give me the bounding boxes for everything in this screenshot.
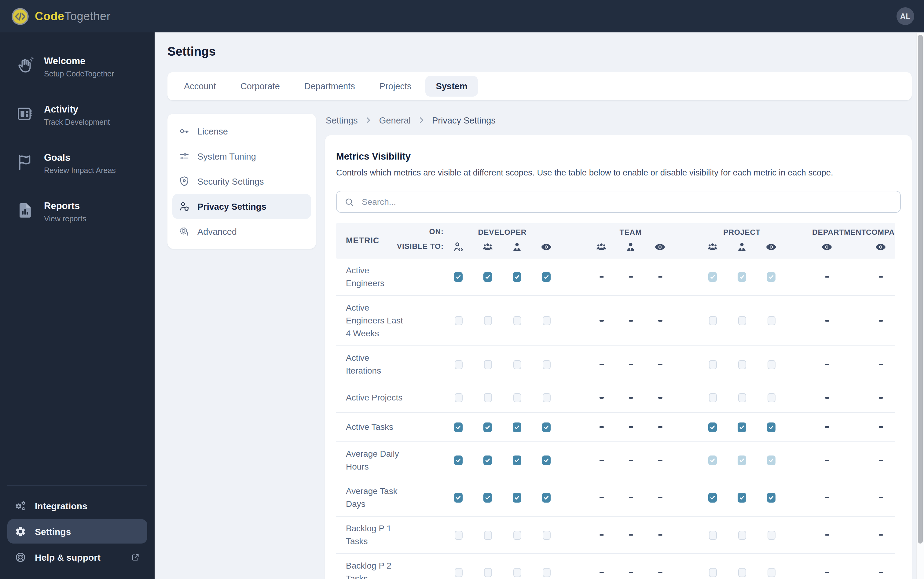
subnav-item-security-settings[interactable]: Security Settings <box>172 169 311 194</box>
visibility-checkbox[interactable] <box>513 493 521 502</box>
visibility-checkbox[interactable] <box>767 393 775 402</box>
visibility-checkbox[interactable] <box>513 422 521 432</box>
subnav-item-label: Privacy Settings <box>198 201 266 211</box>
visibility-checkbox[interactable] <box>484 360 491 369</box>
state-cell <box>532 455 561 465</box>
visibility-checkbox[interactable] <box>542 530 550 540</box>
state-cell <box>444 316 473 325</box>
visibility-checkbox[interactable] <box>483 422 492 432</box>
tab-system[interactable]: System <box>426 76 478 96</box>
sidebar-item-integrations[interactable]: Integrations <box>7 493 147 518</box>
visibility-checkbox[interactable] <box>709 360 717 369</box>
subnav-item-advanced[interactable]: Advanced <box>172 219 311 244</box>
check-icon <box>543 457 549 463</box>
visibility-checkbox[interactable] <box>513 568 521 577</box>
visibility-checkbox[interactable] <box>513 393 521 402</box>
visibility-checkbox[interactable] <box>738 360 746 369</box>
visibility-checkbox[interactable] <box>454 530 462 540</box>
visibility-checkbox[interactable] <box>454 568 462 577</box>
tab-projects[interactable]: Projects <box>369 76 422 96</box>
visibility-checkbox[interactable] <box>454 422 463 432</box>
visibility-checkbox[interactable] <box>454 316 462 325</box>
visibility-checkbox[interactable] <box>738 393 746 402</box>
tab-corporate[interactable]: Corporate <box>230 76 290 96</box>
visibility-checkbox[interactable] <box>513 455 521 465</box>
visibility-checkbox[interactable] <box>483 455 492 465</box>
visibility-checkbox[interactable] <box>454 360 462 369</box>
report-doc-icon <box>16 201 34 219</box>
metrics-visibility-panel: Metrics Visibility Controls which metric… <box>325 135 912 579</box>
visibility-checkbox[interactable] <box>709 530 717 540</box>
not-applicable-dash <box>629 320 633 322</box>
visibility-checkbox[interactable] <box>767 316 775 325</box>
visibility-checkbox[interactable] <box>738 422 746 432</box>
visibility-checkbox[interactable] <box>767 422 775 432</box>
tab-account[interactable]: Account <box>173 76 227 96</box>
state-cell <box>866 534 895 536</box>
visibility-checkbox[interactable] <box>513 272 521 282</box>
scope-icon-cell <box>587 241 616 253</box>
not-applicable-dash <box>825 364 829 365</box>
visibility-checkbox[interactable] <box>513 360 521 369</box>
visibility-checkbox[interactable] <box>709 393 717 402</box>
visibility-checkbox[interactable] <box>542 360 550 369</box>
visibility-checkbox[interactable] <box>708 422 717 432</box>
visibility-checkbox[interactable] <box>542 393 550 402</box>
check-icon <box>485 424 491 430</box>
visibility-checkbox[interactable] <box>484 530 491 540</box>
chevron-right-icon <box>364 116 373 125</box>
visibility-checkbox[interactable] <box>513 530 521 540</box>
state-cell <box>727 272 757 282</box>
state-cell <box>444 530 473 540</box>
visibility-checkbox[interactable] <box>542 568 550 577</box>
scrollbar-thumb[interactable] <box>918 35 923 543</box>
sidebar-item-activity[interactable]: ActivityTrack Development <box>7 98 147 132</box>
visibility-checkbox[interactable] <box>542 272 551 282</box>
visibility-checkbox[interactable] <box>454 272 463 282</box>
visibility-checkbox[interactable] <box>738 530 746 540</box>
sidebar-item-help-support[interactable]: Help & support <box>7 545 147 569</box>
subnav-item-license[interactable]: License <box>172 119 311 144</box>
breadcrumb-general[interactable]: General <box>379 115 411 125</box>
visibility-checkbox[interactable] <box>542 493 551 502</box>
tab-departments[interactable]: Departments <box>294 76 366 96</box>
visibility-checkbox[interactable] <box>542 316 550 325</box>
visibility-checkbox[interactable] <box>483 272 492 282</box>
visibility-checkbox[interactable] <box>738 568 746 577</box>
visibility-checkbox[interactable] <box>709 316 717 325</box>
subnav-item-label: License <box>198 126 228 136</box>
state-cell <box>502 455 532 465</box>
sidebar-item-settings[interactable]: Settings <box>7 519 147 543</box>
visibility-checkbox[interactable] <box>454 493 463 502</box>
visibility-checkbox[interactable] <box>484 316 491 325</box>
search-input[interactable] <box>361 196 893 207</box>
visibility-checkbox[interactable] <box>542 422 551 432</box>
subnav-item-system-tuning[interactable]: System Tuning <box>172 144 311 169</box>
visibility-checkbox[interactable] <box>709 568 717 577</box>
table-row: Active Engineers <box>336 258 895 296</box>
visibility-checkbox[interactable] <box>484 393 491 402</box>
visibility-checkbox[interactable] <box>767 530 775 540</box>
breadcrumb-settings[interactable]: Settings <box>326 115 358 125</box>
sidebar-item-reports[interactable]: ReportsView reports <box>7 195 147 229</box>
visibility-checkbox[interactable] <box>484 568 491 577</box>
visibility-checkbox[interactable] <box>454 455 463 465</box>
visibility-checkbox[interactable] <box>767 360 775 369</box>
check-icon <box>455 424 461 430</box>
visibility-checkbox[interactable] <box>454 393 462 402</box>
avatar[interactable]: AL <box>896 7 914 25</box>
visibility-checkbox[interactable] <box>513 316 521 325</box>
not-applicable-dash <box>658 572 662 573</box>
visibility-checkbox[interactable] <box>767 493 775 502</box>
visibility-checkbox[interactable] <box>767 568 775 577</box>
state-cell <box>727 422 757 432</box>
sidebar-item-goals[interactable]: GoalsReview Impact Areas <box>7 146 147 181</box>
visibility-checkbox[interactable] <box>542 455 551 465</box>
visibility-checkbox[interactable] <box>708 493 717 502</box>
visibility-checkbox[interactable] <box>483 493 492 502</box>
visibility-checkbox[interactable] <box>738 493 746 502</box>
sidebar-item-welcome[interactable]: WelcomeSetup CodeTogether <box>7 49 147 84</box>
subnav-item-privacy-settings[interactable]: Privacy Settings <box>172 194 311 219</box>
brand-logo[interactable]: CodeTogether <box>11 7 111 25</box>
visibility-checkbox[interactable] <box>738 316 746 325</box>
